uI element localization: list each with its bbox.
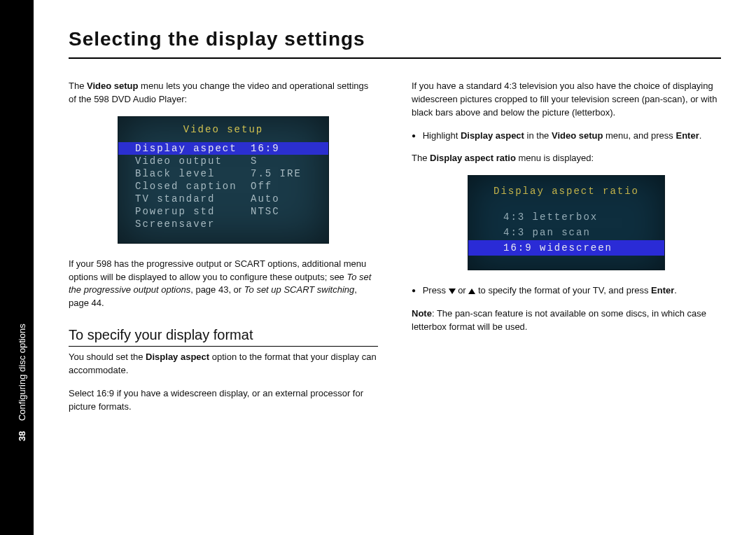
step-highlight-display-aspect: Highlight Display aspect in the Video se…	[412, 130, 721, 143]
osd-row: TV standardAuto	[118, 193, 328, 205]
scart-note: If your 598 has the progressive output o…	[69, 258, 378, 310]
osd-row: Screensaver	[118, 218, 328, 230]
display-aspect-paragraph: You should set the Display aspect option…	[69, 351, 378, 377]
osd2-title: Display aspect ratio	[468, 186, 664, 197]
osd-value: Auto	[251, 193, 312, 204]
osd-key: Video output	[135, 155, 251, 167]
osd-display-aspect-ratio: Display aspect ratio 4:3 letterbox4:3 pa…	[468, 175, 665, 270]
osd-key: Black level	[135, 168, 251, 179]
osd-option: 4:3 pan scan	[468, 225, 664, 240]
osd-option: 16:9 widescreen	[468, 240, 664, 256]
intro-paragraph: The Video setup menu lets you change the…	[69, 80, 378, 106]
osd-row: Video outputS	[118, 155, 328, 167]
select-169-paragraph: Select 16:9 if you have a widescreen dis…	[69, 387, 378, 414]
osd-value: 16:9	[251, 143, 312, 154]
osd-key: Closed caption	[135, 181, 251, 192]
osd-value	[251, 218, 312, 230]
osd1-title: Video setup	[118, 124, 328, 135]
arrow-up-icon	[468, 289, 475, 294]
osd-value: S	[251, 155, 312, 167]
section-name: Configuring disc options	[17, 324, 27, 421]
osd-value: Off	[251, 181, 312, 192]
aspect-ratio-menu-displayed: The Display aspect ratio menu is display…	[412, 152, 721, 165]
left-column: The Video setup menu lets you change the…	[69, 80, 378, 423]
osd-key: Screensaver	[135, 218, 251, 230]
pan-scan-note: Note: The pan-scan feature is not availa…	[412, 307, 721, 334]
step-press-arrows: Press or to specify the format of your T…	[412, 284, 721, 298]
page-number: 38	[17, 431, 27, 441]
osd-option: 4:3 letterbox	[468, 209, 664, 225]
osd-key: Display aspect	[135, 143, 251, 154]
standard-tv-paragraph: If you have a standard 4:3 television yo…	[412, 80, 721, 120]
osd-video-setup: Video setup Display aspect16:9Video outp…	[118, 116, 329, 244]
osd-row: Closed captionOff	[118, 180, 328, 193]
page-content: Selecting the display settings The Video…	[34, 0, 756, 423]
osd-row: Powerup stdNTSC	[118, 205, 328, 218]
title-rule	[69, 57, 721, 59]
side-label: 38 Configuring disc options	[17, 324, 27, 441]
page-title: Selecting the display settings	[69, 28, 721, 50]
osd-row: Black level7.5 IRE	[118, 167, 328, 180]
osd-key: TV standard	[135, 193, 251, 204]
osd-key: Powerup std	[135, 206, 251, 217]
osd-row: Display aspect16:9	[118, 142, 328, 155]
arrow-down-icon	[449, 289, 456, 294]
right-column: If you have a standard 4:3 television yo…	[412, 80, 721, 423]
two-column-layout: The Video setup menu lets you change the…	[69, 80, 721, 423]
subheading-display-format: To specify your display format	[69, 327, 378, 347]
osd-value: NTSC	[251, 206, 312, 217]
osd-value: 7.5 IRE	[251, 168, 312, 179]
side-bar: 38 Configuring disc options	[0, 0, 34, 535]
